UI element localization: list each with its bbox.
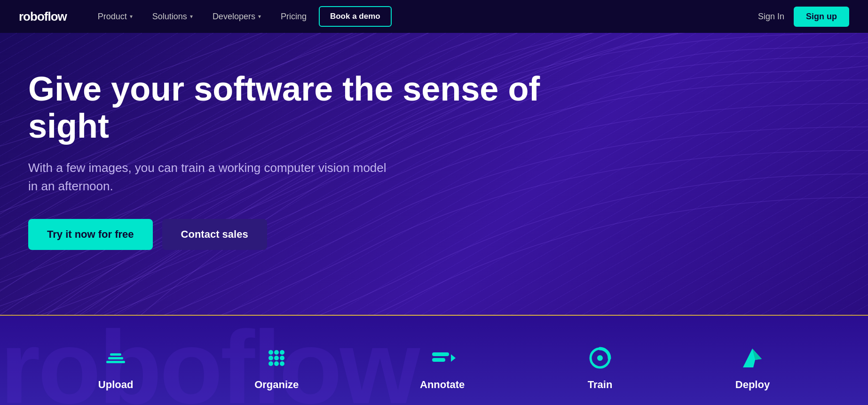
- pipeline-step-deploy: Deploy: [735, 344, 770, 391]
- nav-solutions-label: Solutions: [152, 12, 187, 22]
- nav-item-product[interactable]: Product ▾: [90, 8, 140, 25]
- svg-rect-13: [432, 358, 445, 362]
- section-divider: [0, 315, 868, 316]
- svg-point-5: [280, 350, 284, 355]
- step-annotate-label: Annotate: [420, 379, 465, 391]
- step-deploy-label: Deploy: [735, 379, 770, 391]
- pipeline-step-train: Train: [586, 344, 614, 391]
- annotate-icon: [428, 344, 457, 372]
- organize-icon: [262, 344, 291, 372]
- nav-pricing-label: Pricing: [281, 12, 307, 22]
- sign-in-link[interactable]: Sign In: [758, 12, 784, 22]
- nav-product-label: Product: [98, 12, 127, 22]
- svg-point-16: [597, 355, 603, 361]
- svg-point-7: [274, 356, 279, 360]
- chevron-down-icon: ▾: [130, 13, 133, 20]
- deploy-icon: [738, 344, 766, 372]
- chevron-down-icon: ▾: [190, 13, 193, 20]
- svg-rect-0: [106, 361, 125, 363]
- pipeline-step-upload: Upload: [98, 344, 134, 391]
- step-train-label: Train: [588, 379, 613, 391]
- svg-point-10: [274, 361, 279, 366]
- hero-content: Give your software the sense of sight Wi…: [28, 70, 592, 250]
- navbar: roboflow Product ▾ Solutions ▾ Developer…: [0, 0, 868, 33]
- contact-sales-button[interactable]: Contact sales: [162, 219, 267, 250]
- nav-item-pricing[interactable]: Pricing: [273, 8, 314, 25]
- svg-point-11: [280, 361, 284, 366]
- train-icon: [586, 344, 614, 372]
- pipeline-step-annotate: Annotate: [420, 344, 465, 391]
- nav-developers-label: Developers: [213, 12, 255, 22]
- nav-item-developers[interactable]: Developers ▾: [205, 8, 268, 25]
- svg-point-4: [274, 350, 279, 355]
- nav-right: Sign In Sign up: [758, 7, 849, 27]
- hero-section: .curve-line { fill: none; stroke: rgba(1…: [0, 33, 868, 315]
- svg-marker-14: [451, 354, 456, 362]
- nav-links: Product ▾ Solutions ▾ Developers ▾ Prici…: [90, 6, 758, 27]
- svg-rect-1: [108, 357, 123, 359]
- svg-point-8: [280, 356, 284, 360]
- pipeline-steps: Upload Organize: [0, 335, 868, 400]
- svg-point-6: [268, 356, 273, 360]
- brand-logo[interactable]: roboflow: [19, 9, 67, 24]
- svg-point-9: [268, 361, 273, 366]
- svg-point-3: [268, 350, 273, 355]
- svg-rect-12: [432, 352, 449, 356]
- hero-subtitle: With a few images, you can train a worki…: [28, 159, 395, 195]
- chevron-down-icon: ▾: [258, 13, 261, 20]
- svg-rect-2: [110, 353, 121, 356]
- try-free-button[interactable]: Try it now for free: [28, 219, 153, 250]
- hero-title: Give your software the sense of sight: [28, 70, 545, 145]
- pipeline-step-organize: Organize: [254, 344, 299, 391]
- upload-icon: [102, 344, 130, 372]
- hero-buttons: Try it now for free Contact sales: [28, 219, 592, 250]
- pipeline-section: roboflow Upload: [0, 316, 868, 405]
- sign-up-button[interactable]: Sign up: [794, 7, 849, 27]
- nav-item-solutions[interactable]: Solutions ▾: [145, 8, 200, 25]
- step-organize-label: Organize: [254, 379, 299, 391]
- step-upload-label: Upload: [98, 379, 134, 391]
- book-demo-button[interactable]: Book a demo: [319, 6, 392, 27]
